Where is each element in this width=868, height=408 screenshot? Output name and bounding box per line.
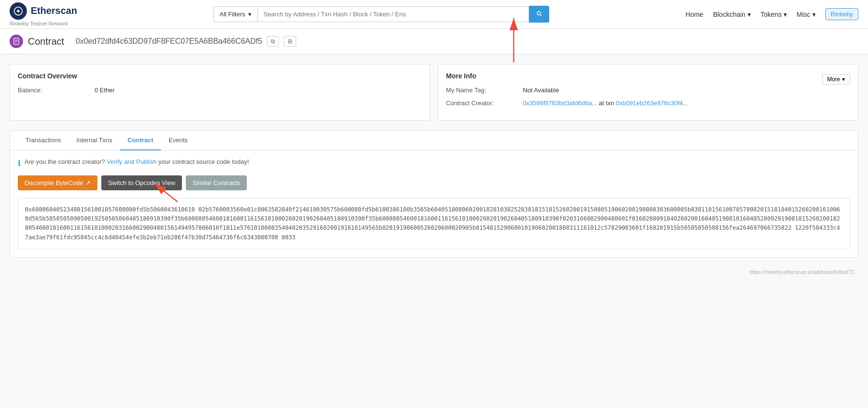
similar-contracts-button[interactable]: Similar Contracts xyxy=(186,175,247,190)
page-header: Contract 0x0ed72dfd4c63DD97dF8FEC07E5A6B… xyxy=(0,29,868,54)
search-input[interactable] xyxy=(257,6,530,22)
at-txn-text: at txn xyxy=(599,99,615,107)
tab-content: ℹ Are you the contract creator? Verify a… xyxy=(10,150,858,257)
tabs-header: Transactions Internal Txns Contract Even… xyxy=(10,131,858,150)
contract-label: Contract xyxy=(28,36,64,47)
creator-row: Contract Creator: 0x3598f8763bd3afd6d6a.… xyxy=(446,99,850,107)
logo-area: Etherscan Rinkeby Testnet Network xyxy=(10,2,77,26)
search-button[interactable] xyxy=(529,6,549,23)
header: Etherscan Rinkeby Testnet Network All Fi… xyxy=(0,0,868,29)
more-info-header: More Info More ▾ xyxy=(446,72,850,87)
filter-dropdown[interactable]: All Filters ▾ xyxy=(213,6,257,22)
tab-events[interactable]: Events xyxy=(161,131,195,150)
search-area: All Filters ▾ xyxy=(213,6,549,23)
bytecode-box: 0x608060405234801561001057600080fd5b5060… xyxy=(18,198,850,249)
overview-grid: Contract Overview Balance: 0 Ether More … xyxy=(10,64,858,121)
chevron-down-icon: ▾ xyxy=(248,11,252,18)
name-tag-label: My Name Tag: xyxy=(446,87,523,94)
balance-label: Balance: xyxy=(18,87,95,94)
more-info-title: More Info xyxy=(446,72,476,80)
nav-home[interactable]: Home xyxy=(686,11,703,18)
logo-row: Etherscan xyxy=(10,2,77,20)
copy-button[interactable]: ⧉ xyxy=(267,36,279,47)
verify-publish-link[interactable]: Verify and Publish xyxy=(107,158,157,165)
tabs-container: Transactions Internal Txns Contract Even… xyxy=(10,130,858,258)
balance-value: 0 Ether xyxy=(95,87,115,94)
chevron-down-icon: ▾ xyxy=(812,11,816,18)
name-tag-value: Not Available xyxy=(523,87,559,94)
overview-card-title: Contract Overview xyxy=(18,72,422,80)
contract-address: 0x0ed72dfd4c63DD97dF8FEC07E5A6BBa466C6AD… xyxy=(75,37,262,46)
chevron-down-icon: ▾ xyxy=(747,11,751,18)
etherscan-logo xyxy=(10,2,27,20)
nav-misc[interactable]: Misc ▾ xyxy=(796,11,816,18)
network-label: Rinkeby Testnet Network xyxy=(10,21,77,26)
creator-txn-link[interactable]: 0xb091eb263e976c30f4... xyxy=(616,99,688,107)
contract-overview-card: Contract Overview Balance: 0 Ether xyxy=(10,64,430,121)
contract-icon xyxy=(10,35,23,48)
main-content: Contract Overview Balance: 0 Ether More … xyxy=(0,54,868,267)
bytecode-content: 0x608060405234801561001057600080fd5b5060… xyxy=(25,206,840,241)
rinkeby-badge[interactable]: Rinkeby xyxy=(825,8,858,20)
chevron-down-icon: ▾ xyxy=(784,11,787,18)
info-icon: ℹ xyxy=(18,159,21,168)
name-tag-row: My Name Tag: Not Available xyxy=(446,87,850,94)
more-info-card: More Info More ▾ My Name Tag: Not Availa… xyxy=(438,64,858,121)
grid-button[interactable]: ⊞ xyxy=(284,36,296,47)
chevron-down-icon: ▾ xyxy=(842,76,845,83)
nav-tokens[interactable]: Tokens ▾ xyxy=(760,11,787,18)
logo-text: Etherscan xyxy=(31,5,77,16)
footer-url: https://rinkeby.etherscan.io/address/0x0… xyxy=(749,269,858,275)
page-footer: https://rinkeby.etherscan.io/address/0x0… xyxy=(0,267,868,277)
creator-address-link[interactable]: 0x3598f8763bd3afd6d6a... xyxy=(523,99,597,107)
buttons-row: Decompile ByteCode ↗ Switch to Opcodes V… xyxy=(18,175,850,190)
info-text: Are you the contract creator? Verify and… xyxy=(24,158,249,165)
creator-label: Contract Creator: xyxy=(446,99,523,107)
tab-transactions[interactable]: Transactions xyxy=(18,131,69,150)
tab-contract[interactable]: Contract xyxy=(120,131,161,150)
decompile-button[interactable]: Decompile ByteCode ↗ xyxy=(18,175,97,190)
balance-row: Balance: 0 Ether xyxy=(18,87,422,94)
nav-blockchain[interactable]: Blockchain ▾ xyxy=(713,11,751,18)
info-box: ℹ Are you the contract creator? Verify a… xyxy=(18,158,850,168)
nav-area: Home Blockchain ▾ Tokens ▾ Misc ▾ Rinkeb… xyxy=(686,8,858,20)
creator-value: 0x3598f8763bd3afd6d6a... at txn 0xb091eb… xyxy=(523,99,688,107)
external-link-icon: ↗ xyxy=(85,179,91,186)
opcodes-button[interactable]: Switch to Opcodes View xyxy=(101,175,182,190)
more-button[interactable]: More ▾ xyxy=(822,74,850,85)
tab-internal-txns[interactable]: Internal Txns xyxy=(69,131,120,150)
